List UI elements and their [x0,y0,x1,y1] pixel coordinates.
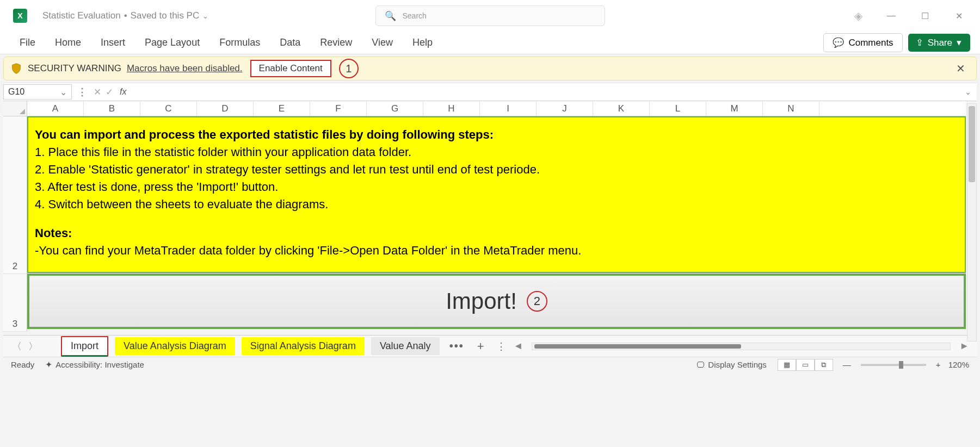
vertical-scrollbar[interactable] [967,103,977,342]
scroll-right-icon[interactable]: ► [957,340,971,352]
search-icon: 🔍 [385,10,396,22]
maximize-button[interactable]: ☐ [920,11,930,21]
new-sheet-button[interactable]: + [471,339,491,353]
excel-logo-icon: X [13,9,27,23]
col-C[interactable]: C [140,101,197,116]
col-E[interactable]: E [254,101,310,116]
next-sheet-button[interactable]: 〉 [25,340,41,353]
prev-sheet-button[interactable]: 〈 [9,340,25,353]
close-banner-button[interactable]: ✕ [952,62,970,75]
title-bar: X Statistic Evaluation • Saved to this P… [0,0,980,32]
accessibility-icon[interactable]: ✦ [45,359,52,370]
tab-insert[interactable]: Insert [91,34,135,52]
zoom-slider[interactable] [861,364,926,366]
search-placeholder: Search [403,11,427,20]
enter-icon[interactable]: ✓ [106,86,113,98]
doc-name: Statistic Evaluation [42,10,121,21]
col-H[interactable]: H [423,101,480,116]
share-button[interactable]: ⇪ Share ▾ [908,34,970,52]
security-message-link[interactable]: Macros have been disabled. [127,63,243,74]
zoom-knob[interactable] [899,361,903,369]
grid-area: 2 3 You can import and process the expor… [3,116,980,332]
zoom-out-button[interactable]: — [839,360,855,369]
sheet-tab-import[interactable]: Import [61,336,108,357]
status-ready: Ready [11,360,34,369]
more-sheets-button[interactable]: ••• [443,340,471,352]
shield-icon [10,63,22,74]
name-box[interactable]: G10 ⌄ [3,84,72,100]
accessibility-status[interactable]: Accessibility: Investigate [56,360,144,369]
step-2: 2. Enable 'Statistic generator' in strat… [35,161,958,178]
cell-reference: G10 [8,87,24,97]
formula-input[interactable] [130,85,959,99]
security-title: SECURITY WARNING [28,63,121,74]
chevron-down-icon: ▾ [957,37,961,48]
share-icon: ⇪ [916,37,923,48]
display-settings-icon[interactable]: 🖵 [697,360,705,369]
enable-content-button[interactable]: Enable Content [250,60,331,77]
col-L[interactable]: L [650,101,706,116]
chevron-down-icon[interactable]: ⌄ [60,87,67,97]
col-G[interactable]: G [367,101,423,116]
col-F[interactable]: F [310,101,367,116]
page-layout-view-button[interactable]: ▭ [796,359,815,371]
col-J[interactable]: J [537,101,593,116]
search-box[interactable]: 🔍 Search [375,5,605,26]
col-M[interactable]: M [706,101,763,116]
normal-view-button[interactable]: ▦ [778,359,796,371]
display-settings[interactable]: Display Settings [708,360,767,369]
col-B[interactable]: B [84,101,140,116]
sheet-tab-value-analy[interactable]: Value Analy [371,337,440,355]
scroll-left-icon[interactable]: ◄ [511,340,526,352]
page-break-view-button[interactable]: ⧉ [815,359,833,371]
sheet-tab-value-analysis-diagram[interactable]: Value Analysis Diagram [115,337,235,355]
chevron-down-icon[interactable]: ⌄ [202,12,208,20]
col-D[interactable]: D [197,101,254,116]
tab-data[interactable]: Data [270,34,310,52]
close-button[interactable]: ✕ [954,11,964,21]
horizontal-scrollbar[interactable] [532,343,951,350]
instructions-cell[interactable]: You can import and process the exported … [27,116,966,273]
column-headers: A B C D E F G H I J K L M N [3,101,966,116]
tab-help[interactable]: Help [403,34,442,52]
import-button-label: Import! [446,288,517,314]
sheet-tab-strip: 〈 〉 Import Value Analysis Diagram Signal… [3,335,977,357]
diamond-icon[interactable]: ◈ [854,9,862,22]
expand-formula-bar-icon[interactable]: ⌄ [959,88,977,96]
sheet-menu-button[interactable]: ⋮ [491,340,511,352]
ribbon-tabs: File Home Insert Page Layout Formulas Da… [0,32,980,54]
comments-button[interactable]: 💬 Comments [823,33,902,52]
annotation-1: 1 [339,59,359,78]
import-button[interactable]: Import! 2 [27,274,966,329]
tab-review[interactable]: Review [310,34,362,52]
scrollbar-thumb[interactable] [969,106,975,182]
zoom-in-button[interactable]: + [932,360,945,369]
col-A[interactable]: A [27,101,84,116]
zoom-level[interactable]: 120% [948,360,969,369]
tab-page-layout[interactable]: Page Layout [135,34,209,52]
divider-icon: ⋮ [74,86,90,98]
tab-formulas[interactable]: Formulas [209,34,270,52]
row-2[interactable]: 2 [3,116,27,274]
step-1: 1. Place this file in the statistic fold… [35,144,958,161]
tab-file[interactable]: File [10,34,45,52]
col-N[interactable]: N [763,101,819,116]
scrollbar-thumb[interactable] [534,344,741,349]
document-title[interactable]: Statistic Evaluation • Saved to this PC … [42,10,208,21]
tab-home[interactable]: Home [45,34,91,52]
col-I[interactable]: I [480,101,537,116]
comment-icon: 💬 [833,37,844,48]
step-4: 4. Switch between the sheets to evaluate… [35,196,958,213]
col-K[interactable]: K [593,101,650,116]
security-warning-bar: SECURITY WARNING Macros have been disabl… [3,57,977,80]
fx-label[interactable]: fx [116,87,130,97]
sheet-tab-signal-analysis-diagram[interactable]: Signal Analysis Diagram [242,337,365,355]
row-headers: 2 3 [3,116,27,332]
cancel-icon[interactable]: ✕ [94,86,101,98]
formula-bar: G10 ⌄ ⋮ ✕ ✓ fx ⌄ [3,83,977,101]
tab-view[interactable]: View [362,34,403,52]
row-3[interactable]: 3 [3,274,27,332]
minimize-button[interactable]: — [886,11,896,21]
cells[interactable]: You can import and process the exported … [27,116,966,332]
select-all-corner[interactable] [3,101,27,116]
